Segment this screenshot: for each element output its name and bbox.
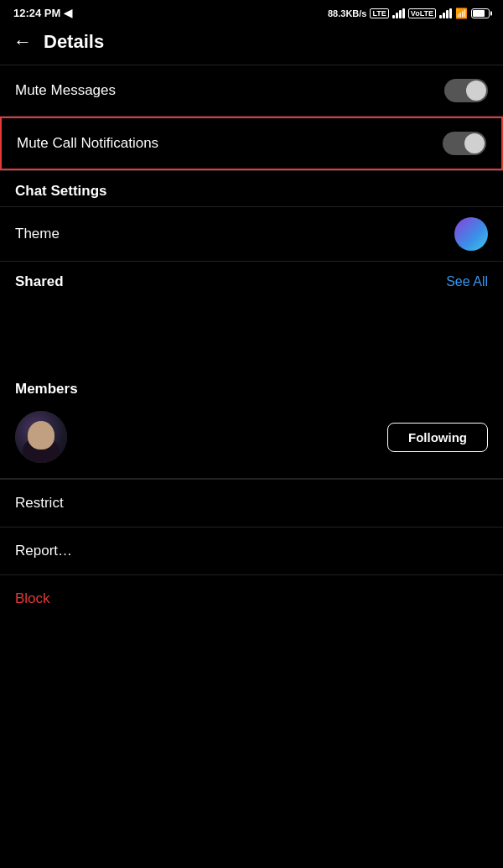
block-label: Block <box>15 590 50 606</box>
mute-messages-label: Mute Messages <box>15 82 116 99</box>
avatar-image <box>15 411 67 463</box>
mute-messages-thumb <box>466 81 486 101</box>
mute-call-notifications-row: Mute Call Notifications <box>0 117 503 170</box>
member-row: Following <box>15 408 488 471</box>
content-spacer <box>0 302 503 369</box>
mute-call-label: Mute Call Notifications <box>17 135 158 152</box>
theme-row: Theme <box>0 207 503 261</box>
header: ← Details <box>0 23 503 65</box>
battery-icon: 8 <box>471 8 490 18</box>
member-info <box>15 411 67 463</box>
network-speed: 88.3KB/s <box>328 8 366 18</box>
location-icon: ◀ <box>64 7 72 19</box>
block-row[interactable]: Block <box>0 574 503 622</box>
time-display: 12:24 PM <box>13 7 60 19</box>
restrict-row[interactable]: Restrict <box>0 479 503 527</box>
status-left: 12:24 PM ◀ <box>13 7 72 19</box>
theme-color-picker[interactable] <box>454 217 488 251</box>
report-row[interactable]: Report… <box>0 527 503 574</box>
restrict-label: Restrict <box>15 495 64 511</box>
theme-label: Theme <box>15 226 60 242</box>
signal-bars-1 <box>392 8 405 18</box>
chat-settings-heading: Chat Settings <box>0 171 503 206</box>
members-section: Members Following <box>0 369 503 478</box>
status-bar: 12:24 PM ◀ 88.3KB/s LTE VoLTE 📶 8 <box>0 0 503 23</box>
mute-call-toggle[interactable] <box>443 132 486 155</box>
see-all-button[interactable]: See All <box>446 274 488 289</box>
page-title: Details <box>44 31 104 53</box>
back-button[interactable]: ← <box>13 31 32 53</box>
shared-label: Shared <box>15 273 64 290</box>
wifi-icon: 📶 <box>455 8 468 19</box>
lte-badge: LTE <box>370 8 388 18</box>
signal-bars-2 <box>439 8 452 18</box>
mute-messages-toggle[interactable] <box>444 79 488 102</box>
following-button[interactable]: Following <box>387 423 488 452</box>
mute-call-track <box>443 132 486 155</box>
shared-row: Shared See All <box>0 262 503 302</box>
status-right: 88.3KB/s LTE VoLTE 📶 8 <box>328 8 490 19</box>
mute-messages-track <box>444 79 488 102</box>
avatar <box>15 411 67 463</box>
report-label: Report… <box>15 543 72 559</box>
vol-badge-2: VoLTE <box>408 8 436 18</box>
mute-messages-row: Mute Messages <box>0 65 503 116</box>
members-heading: Members <box>15 381 488 398</box>
mute-call-thumb <box>464 133 485 153</box>
